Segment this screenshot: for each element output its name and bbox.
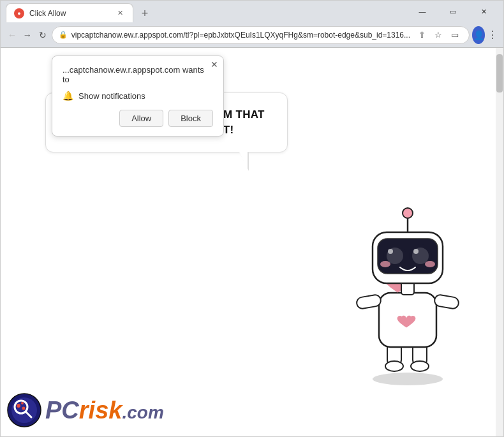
forward-button[interactable]: →: [21, 26, 34, 44]
popup-url-text: ...captchanow.ew.r.appspot.com wants to: [63, 65, 213, 84]
popup-close-button[interactable]: ✕: [211, 60, 218, 69]
sidebar-icon[interactable]: ▭: [447, 27, 463, 43]
svg-rect-7: [434, 294, 460, 309]
scrollbar-thumb[interactable]: [496, 54, 503, 93]
svg-point-17: [388, 249, 393, 254]
pcrisk-brand: PC risk .com: [7, 393, 164, 427]
svg-point-26: [21, 402, 24, 404]
menu-button[interactable]: ⋮: [487, 27, 498, 43]
restore-button[interactable]: ▭: [438, 1, 468, 22]
star-icon[interactable]: ☆: [431, 27, 446, 43]
title-bar: ● Click Allow ✕ + — ▭ ✕: [1, 1, 503, 22]
svg-point-11: [403, 208, 413, 218]
new-tab-button[interactable]: +: [136, 4, 154, 22]
allow-button[interactable]: Allow: [119, 110, 163, 127]
popup-buttons: Allow Block: [63, 110, 213, 127]
svg-point-20: [425, 261, 435, 267]
notification-label: Show notifications: [78, 91, 145, 101]
notification-popup: ✕ ...captchanow.ew.r.appspot.com wants t…: [52, 56, 224, 137]
robot-illustration: [337, 194, 478, 385]
svg-point-25: [17, 404, 20, 408]
lock-icon: 🔒: [59, 31, 68, 39]
pcrisk-risk: risk: [79, 398, 122, 422]
url-text: vipcaptchanow.ew.r.appspot.com/tl?pl=epb…: [71, 31, 410, 40]
back-button[interactable]: ←: [6, 26, 19, 44]
robot-svg: [337, 194, 478, 385]
profile-button[interactable]: 👤: [472, 26, 485, 44]
svg-rect-6: [356, 294, 382, 309]
active-tab[interactable]: ● Click Allow ✕: [6, 3, 133, 22]
pcrisk-logo-icon: [7, 393, 41, 427]
tab-title: Click Allow: [29, 9, 66, 18]
svg-point-3: [385, 361, 403, 371]
scrollbar[interactable]: [496, 48, 503, 436]
pcrisk-text: PC risk .com: [45, 398, 164, 422]
notification-row: 🔔 Show notifications: [63, 91, 213, 101]
tab-bar: ● Click Allow ✕ +: [6, 1, 403, 22]
close-button[interactable]: ✕: [469, 1, 498, 22]
svg-point-0: [373, 373, 443, 385]
address-bar-area: ← → ↻ 🔒 vipcaptchanow.ew.r.appspot.com/t…: [1, 22, 503, 48]
address-bar-icons: ⇧ ☆ ▭: [414, 27, 463, 43]
tab-favicon: ●: [14, 8, 24, 19]
share-icon[interactable]: ⇧: [414, 27, 429, 43]
block-button[interactable]: Block: [168, 110, 213, 127]
svg-point-4: [411, 361, 429, 371]
bell-icon: 🔔: [63, 91, 73, 101]
address-bar[interactable]: 🔒 vipcaptchanow.ew.r.appspot.com/tl?pl=e…: [52, 26, 470, 44]
window-controls: — ▭ ✕: [408, 1, 498, 22]
page-content: ✕ ...captchanow.ew.r.appspot.com wants t…: [1, 48, 503, 436]
tab-close-button[interactable]: ✕: [115, 8, 125, 19]
refresh-button[interactable]: ↻: [36, 26, 49, 44]
minimize-button[interactable]: —: [408, 1, 437, 22]
pcrisk-com: .com: [122, 404, 163, 422]
pcrisk-pc: PC: [45, 398, 79, 422]
svg-point-27: [22, 407, 26, 410]
svg-point-19: [380, 261, 390, 267]
browser-window: ● Click Allow ✕ + — ▭ ✕: [0, 0, 504, 437]
svg-point-18: [413, 249, 419, 254]
